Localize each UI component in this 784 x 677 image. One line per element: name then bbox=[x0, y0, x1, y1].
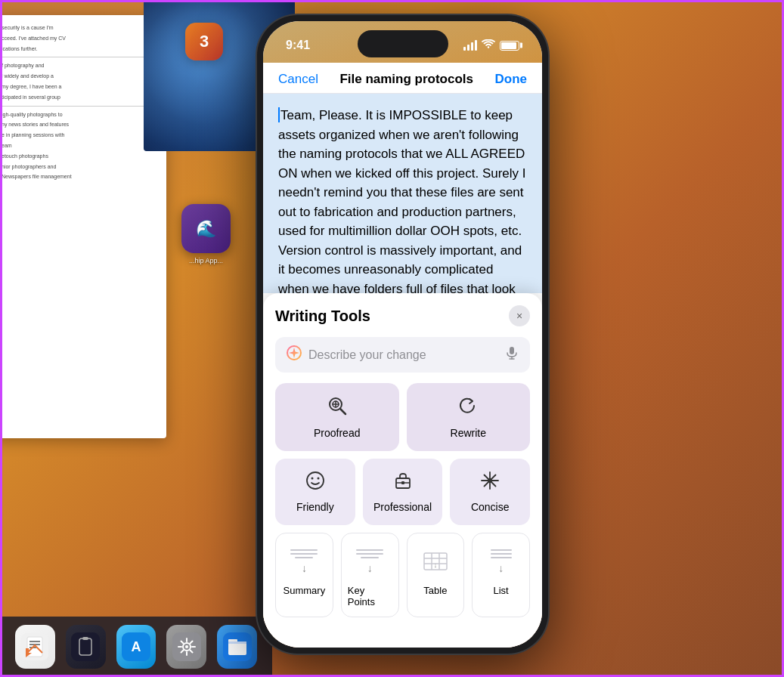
list-label: List bbox=[494, 585, 509, 596]
proofread-button[interactable]: Proofread bbox=[275, 383, 399, 451]
summary-icon: ↓ bbox=[285, 543, 323, 580]
cv-text-14: Newspapers file management bbox=[2, 173, 157, 181]
battery-fill bbox=[501, 42, 516, 49]
cv-document: security is a cause I'm cceed. I've atta… bbox=[0, 15, 166, 438]
svg-point-35 bbox=[307, 472, 324, 489]
signal-bar-1 bbox=[463, 47, 466, 51]
dynamic-island bbox=[358, 30, 448, 57]
cv-text-12: etouch photographs bbox=[2, 153, 157, 160]
wifi-icon bbox=[482, 39, 495, 52]
professional-icon bbox=[393, 471, 413, 495]
professional-button[interactable]: Professional bbox=[363, 459, 443, 525]
writing-tools-title: Writing Tools bbox=[275, 308, 370, 325]
cv-text-3: ications further. bbox=[2, 45, 157, 53]
cv-text-13: nior photographers and bbox=[2, 163, 157, 171]
tools-row-tone: Friendly Professiona bbox=[275, 459, 530, 525]
status-time: 9:41 bbox=[286, 39, 310, 52]
svg-rect-6 bbox=[71, 632, 100, 661]
cv-text-6: my degree, I have been a bbox=[2, 83, 157, 91]
rewrite-button[interactable]: Rewrite bbox=[407, 383, 531, 451]
cv-text-1: security is a cause I'm bbox=[2, 24, 157, 32]
note-text: Team, Please. It is IMPOSSIBLE to keep a… bbox=[278, 108, 526, 293]
cv-text-10: e in planning sessions with bbox=[2, 131, 157, 139]
dock-icon-settings[interactable] bbox=[166, 625, 206, 669]
signal-bar-3 bbox=[471, 42, 473, 51]
list-button[interactable]: ↓ List bbox=[472, 533, 530, 617]
rewrite-icon bbox=[457, 395, 479, 421]
key-points-arrow: ↓ bbox=[367, 562, 373, 574]
friendly-icon bbox=[305, 471, 325, 495]
svg-rect-40 bbox=[401, 481, 404, 484]
cv-text-11: eam bbox=[2, 142, 157, 150]
dock-icon-finder[interactable] bbox=[217, 625, 257, 669]
phone-screen: 9:41 bbox=[263, 21, 542, 648]
table-button[interactable]: ↓ Table bbox=[407, 533, 465, 617]
summary-label: Summary bbox=[284, 585, 326, 596]
dock-icon-topnotch[interactable] bbox=[66, 625, 106, 669]
phone-frame: 9:41 bbox=[257, 15, 548, 654]
note-navigation-bar: Cancel File naming protocols Done bbox=[263, 63, 542, 94]
battery-icon bbox=[500, 41, 519, 51]
svg-rect-8 bbox=[82, 637, 88, 640]
table-icon: ↓ bbox=[417, 543, 454, 580]
svg-text:A: A bbox=[131, 639, 141, 654]
notification-count: 3 bbox=[200, 32, 209, 51]
describe-change-input[interactable]: Describe your change bbox=[275, 337, 530, 373]
svg-point-45 bbox=[488, 478, 492, 483]
scene: security is a cause I'm cceed. I've atta… bbox=[0, 0, 784, 677]
tools-row-primary: Proofread Rewrite bbox=[275, 383, 530, 451]
note-title: File naming protocols bbox=[339, 72, 473, 87]
svg-text:↓: ↓ bbox=[434, 561, 438, 569]
svg-line-32 bbox=[340, 409, 346, 414]
concise-label: Concise bbox=[471, 501, 510, 513]
summary-button[interactable]: ↓ Summary bbox=[275, 533, 333, 617]
text-cursor bbox=[278, 107, 280, 122]
writing-tools-header: Writing Tools × bbox=[275, 305, 530, 326]
describe-placeholder-text: Describe your change bbox=[308, 348, 498, 362]
cv-text-9: ny news stories and features bbox=[2, 121, 157, 128]
friendly-label: Friendly bbox=[296, 501, 334, 513]
spark-icon bbox=[286, 345, 302, 365]
note-done-button[interactable]: Done bbox=[494, 72, 527, 87]
summary-arrow: ↓ bbox=[302, 562, 307, 574]
key-points-button[interactable]: ↓ Key Points bbox=[341, 533, 399, 617]
friendly-button[interactable]: Friendly bbox=[275, 459, 355, 525]
note-content-area[interactable]: Team, Please. It is IMPOSSIBLE to keep a… bbox=[263, 94, 542, 293]
signal-bar-2 bbox=[467, 45, 469, 51]
signal-bar-4 bbox=[475, 40, 477, 51]
cv-divider-1 bbox=[2, 57, 157, 57]
cv-text-2: cceed. I've attached my CV bbox=[2, 35, 157, 42]
concise-icon bbox=[480, 471, 500, 495]
professional-label: Professional bbox=[373, 501, 432, 513]
writing-tools-panel: Writing Tools × bbox=[263, 293, 542, 648]
note-sheet: Cancel File naming protocols Done Team, … bbox=[263, 63, 542, 648]
writing-tools-close-button[interactable]: × bbox=[509, 305, 530, 326]
concise-button[interactable]: Concise bbox=[450, 459, 530, 525]
desktop-app-icon[interactable]: 🌊 bbox=[181, 204, 231, 253]
tools-row-format: ↓ Summary ↓ Key Point bbox=[275, 533, 530, 617]
proofread-label: Proofread bbox=[314, 427, 360, 439]
dock-icon-appstore[interactable]: A bbox=[116, 625, 156, 669]
notification-badge: 3 bbox=[185, 23, 223, 60]
list-icon: ↓ bbox=[482, 543, 520, 580]
key-points-label: Key Points bbox=[348, 585, 392, 607]
svg-rect-25 bbox=[228, 641, 246, 644]
rewrite-label: Rewrite bbox=[451, 427, 486, 439]
status-icons bbox=[463, 39, 519, 52]
note-cancel-button[interactable]: Cancel bbox=[278, 72, 318, 87]
cv-text-7: ticipated in several group bbox=[2, 94, 157, 101]
svg-point-13 bbox=[185, 645, 188, 648]
cv-divider-2 bbox=[2, 106, 157, 107]
list-arrow: ↓ bbox=[498, 562, 504, 574]
dock-icon-pages[interactable] bbox=[15, 625, 55, 669]
signal-bars bbox=[463, 40, 477, 51]
key-points-icon: ↓ bbox=[351, 543, 389, 580]
svg-rect-27 bbox=[510, 347, 514, 354]
desktop-app-icon-glyph: 🌊 bbox=[196, 219, 216, 239]
svg-point-37 bbox=[317, 478, 319, 480]
microphone-icon[interactable] bbox=[504, 345, 519, 364]
cv-text-4: f photography and bbox=[2, 62, 157, 70]
cv-text-8: igh-quality photographs to bbox=[2, 111, 157, 119]
table-label: Table bbox=[423, 585, 447, 596]
proofread-icon bbox=[327, 395, 348, 421]
